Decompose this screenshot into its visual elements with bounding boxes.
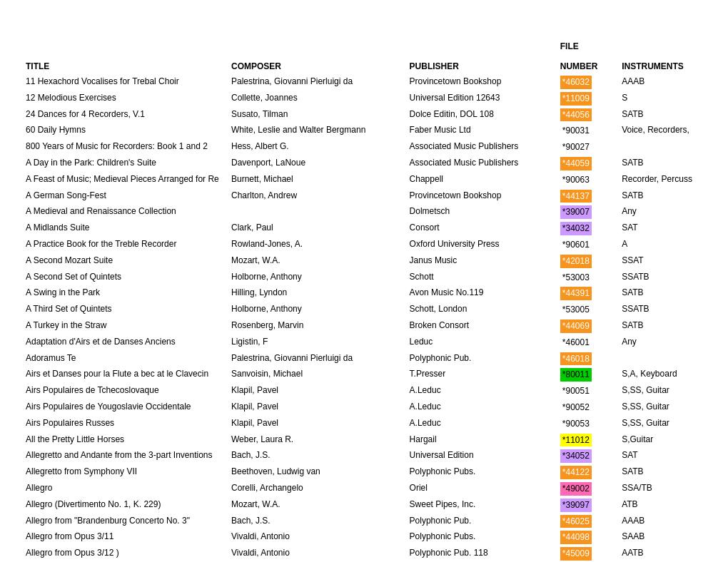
file-number-badge: *34052 — [560, 449, 592, 463]
cell-title: 24 Dances for 4 Recorders, V.1 — [21, 107, 227, 123]
file-number-badge: *90027 — [560, 140, 592, 154]
cell-composer: Vivaldi, Antonio — [227, 546, 405, 562]
table-row: Allegro from "Brandenburg Concerto No. 3… — [21, 514, 707, 530]
cell-publisher: Associated Music Publishers — [405, 139, 556, 155]
cell-instruments: S,SS, Guitar — [617, 399, 707, 416]
table-row: All the Pretty Little HorsesWeber, Laura… — [21, 432, 707, 449]
cell-composer: Hess, Albert G. — [227, 139, 405, 155]
cell-file-number: *49002 — [556, 481, 617, 497]
table-row: 60 Daily HymnsWhite, Leslie and Walter B… — [21, 123, 707, 139]
cell-instruments: SATB — [617, 318, 707, 334]
table-row: A Medieval and Renaissance CollectionDol… — [21, 204, 707, 220]
file-number-badge: *46001 — [560, 336, 592, 349]
cell-title: 11 Hexachord Vocalises for Trebal Choir — [21, 74, 227, 91]
cell-instruments: SSATB — [617, 302, 707, 318]
cell-publisher: Provincetown Bookshop — [405, 74, 556, 91]
cell-file-number: *46032 — [556, 74, 617, 91]
cell-title: Airs Populaires Russes — [21, 416, 227, 432]
cell-composer: Holborne, Anthony — [227, 270, 405, 286]
cell-instruments: S — [617, 91, 707, 107]
cell-publisher: Polyphonic Pubs. — [405, 464, 556, 481]
cell-publisher: Avon Music No.119 — [405, 285, 556, 302]
cell-title: A Second Mozart Suite — [21, 253, 227, 270]
table-row: A Feast of Music; Medieval Pieces Arrang… — [21, 172, 707, 188]
file-number-badge: *90053 — [560, 417, 592, 431]
cell-instruments — [617, 351, 707, 367]
cell-title: A Swing in the Park — [21, 285, 227, 302]
cell-instruments: ATB — [617, 497, 707, 514]
file-number-badge: *46018 — [560, 352, 592, 366]
table-row: Allegro from Opus 3/12 )Vivaldi, Antonio… — [21, 546, 707, 562]
cell-file-number: *46018 — [556, 351, 617, 367]
file-number-badge: *39007 — [560, 205, 592, 219]
cell-instruments: Voice, Recorders, — [617, 123, 707, 139]
cell-composer: Sanvoisin, Michael — [227, 367, 405, 383]
cell-composer: Mozart, W.A. — [227, 253, 405, 270]
cell-publisher: Polyphonic Pub. 118 — [405, 546, 556, 562]
cell-file-number: *90052 — [556, 399, 617, 416]
cell-file-number: *90053 — [556, 416, 617, 432]
cell-publisher: Chappell — [405, 172, 556, 188]
table-row: Airs Populaires RussesKlapil, PavelA.Led… — [21, 416, 707, 432]
cell-file-number: *44059 — [556, 155, 617, 172]
cell-title: A Second Set of Quintets — [21, 270, 227, 286]
cell-file-number: *34032 — [556, 220, 617, 237]
cell-file-number: *53005 — [556, 302, 617, 318]
table-row: Adaptation d'Airs et de Danses AnciensLi… — [21, 334, 707, 351]
table-row: A Practice Book for the Treble RecorderR… — [21, 237, 707, 253]
cell-composer: Mozart, W.A. — [227, 497, 405, 514]
cell-file-number: *42018 — [556, 253, 617, 270]
cell-composer: Burnett, Michael — [227, 172, 405, 188]
file-number-badge: *53003 — [560, 271, 592, 285]
cell-publisher: Universal Edition 12643 — [405, 91, 556, 107]
table-row: Allegretto and Andante from the 3-part I… — [21, 448, 707, 464]
cell-file-number: *39097 — [556, 497, 617, 514]
table-row: A Second Set of QuintetsHolborne, Anthon… — [21, 270, 707, 286]
file-number-badge: *42018 — [560, 255, 592, 268]
cell-instruments: A — [617, 237, 707, 253]
cell-instruments: SATB — [617, 285, 707, 302]
table-row: AllegroCorelli, ArchangeloOriel*49002SSA… — [21, 481, 707, 497]
cell-publisher: Oriel — [405, 481, 556, 497]
cell-title: Allegro — [21, 481, 227, 497]
cell-composer: Susato, Tilman — [227, 107, 405, 123]
main-table-container: TITLE COMPOSER PUBLISHER FILE NUMBER INS… — [21, 29, 707, 562]
header-instruments: INSTRUMENTS — [617, 29, 707, 74]
cell-instruments: SAT — [617, 448, 707, 464]
cell-publisher: Leduc — [405, 334, 556, 351]
cell-file-number: *45009 — [556, 546, 617, 562]
file-number-badge: *90052 — [560, 401, 592, 414]
cell-publisher: Oxford University Press — [405, 237, 556, 253]
cell-composer: Klapil, Pavel — [227, 416, 405, 432]
cell-composer: Klapil, Pavel — [227, 383, 405, 399]
cell-publisher: Polyphonic Pub. — [405, 351, 556, 367]
cell-title: A Turkey in the Straw — [21, 318, 227, 334]
cell-file-number: *90031 — [556, 123, 617, 139]
table-row: 11 Hexachord Vocalises for Trebal ChoirP… — [21, 74, 707, 91]
table-row: A Midlands SuiteClark, PaulConsort*34032… — [21, 220, 707, 237]
file-number-badge: *45009 — [560, 547, 592, 561]
cell-instruments: Any — [617, 204, 707, 220]
cell-publisher: A.Leduc — [405, 399, 556, 416]
cell-title: 800 Years of Music for Recorders: Book 1… — [21, 139, 227, 155]
header-file-number: FILE NUMBER — [556, 29, 617, 74]
cell-instruments: SATB — [617, 155, 707, 172]
cell-title: A Feast of Music; Medieval Pieces Arrang… — [21, 172, 227, 188]
cell-title: Adaptation d'Airs et de Danses Anciens — [21, 334, 227, 351]
cell-publisher: Broken Consort — [405, 318, 556, 334]
table-row: Adoramus TePalestrina, Giovanni Pierluig… — [21, 351, 707, 367]
file-number-badge: *90031 — [560, 124, 592, 138]
cell-instruments: S,SS, Guitar — [617, 383, 707, 399]
cell-title: Allegro from Opus 3/12 ) — [21, 546, 227, 562]
cell-file-number: *44098 — [556, 529, 617, 546]
cell-composer: Holborne, Anthony — [227, 302, 405, 318]
table-row: A Swing in the ParkHilling, LyndonAvon M… — [21, 285, 707, 302]
cell-instruments: Any — [617, 334, 707, 351]
cell-title: Airs Populaires de Yougoslavie Occidenta… — [21, 399, 227, 416]
cell-publisher: Sweet Pipes, Inc. — [405, 497, 556, 514]
file-number-badge: *46032 — [560, 76, 592, 89]
cell-instruments: SAAB — [617, 529, 707, 546]
cell-title: Allegro (Divertimento No. 1, K. 229) — [21, 497, 227, 514]
cell-composer: Collette, Joannes — [227, 91, 405, 107]
cell-title: Allegro from "Brandenburg Concerto No. 3… — [21, 514, 227, 530]
